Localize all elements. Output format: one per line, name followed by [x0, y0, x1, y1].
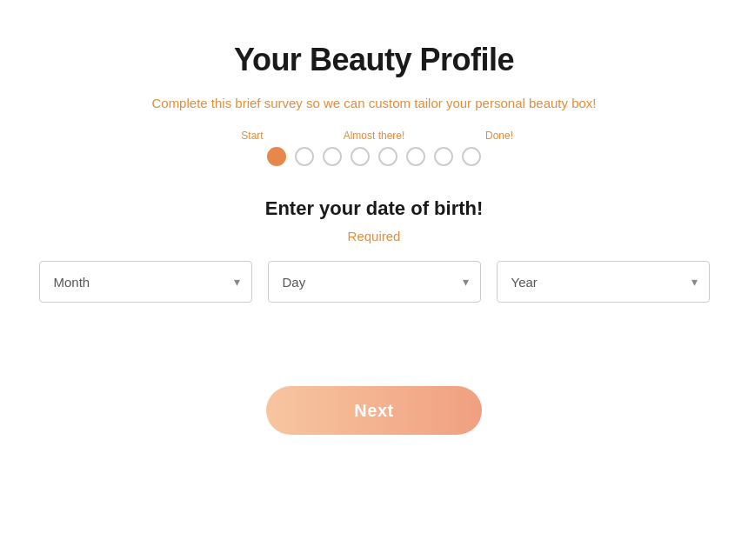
dropdowns-row: Month January February March April May J… [39, 261, 710, 303]
year-dropdown-wrapper: Year 20052004 20032002 20012000 19991998… [497, 261, 710, 303]
day-dropdown-wrapper: Day 123 456 789 101112 131415 161718 192… [268, 261, 481, 303]
month-dropdown-wrapper: Month January February March April May J… [39, 261, 252, 303]
page-title: Your Beauty Profile [234, 42, 514, 78]
next-button[interactable]: Next [266, 386, 482, 435]
progress-dot-6[interactable] [406, 147, 425, 166]
day-select[interactable]: Day 123 456 789 101112 131415 161718 192… [268, 261, 481, 303]
subtitle: Complete this brief survey so we can cus… [151, 96, 596, 110]
progress-labels: Start Almost there! Done! [235, 130, 513, 142]
required-label: Required [348, 229, 401, 243]
form-question: Enter your date of birth! [265, 197, 484, 220]
progress-dot-4[interactable] [351, 147, 370, 166]
progress-dot-8[interactable] [462, 147, 481, 166]
progress-dot-1[interactable] [267, 147, 286, 166]
month-select[interactable]: Month January February March April May J… [39, 261, 252, 303]
progress-label-start: Start [235, 130, 270, 142]
progress-section: Start Almost there! Done! [235, 130, 513, 166]
progress-dot-5[interactable] [378, 147, 397, 166]
progress-dot-2[interactable] [295, 147, 314, 166]
progress-label-almost: Almost there! [339, 130, 409, 142]
year-select[interactable]: Year 20052004 20032002 20012000 19991998… [497, 261, 710, 303]
progress-dot-3[interactable] [323, 147, 342, 166]
progress-dot-7[interactable] [434, 147, 453, 166]
progress-label-done: Done! [478, 130, 513, 142]
progress-dots [267, 147, 481, 166]
